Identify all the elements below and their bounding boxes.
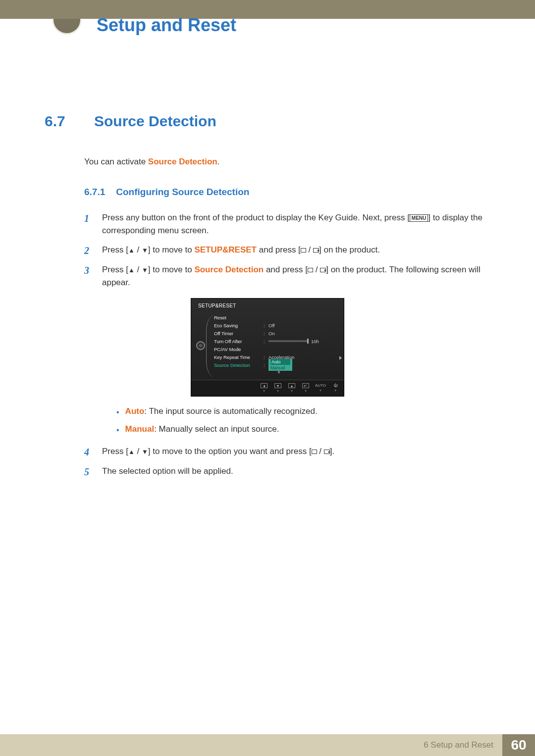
- enter-icon: [313, 248, 319, 252]
- t: and press [: [264, 265, 308, 274]
- osd-label: Reset: [214, 315, 264, 320]
- bullet-auto: • Auto: The input source is automaticall…: [116, 406, 490, 418]
- step-4: 4 Press [▲ / ▼] to move to the option yo…: [84, 445, 490, 459]
- t: ] to move to: [148, 245, 195, 254]
- step-5: 5 The selected option will be applied.: [84, 465, 490, 479]
- step-number: 3: [84, 263, 93, 277]
- down-icon: ▾: [274, 383, 281, 388]
- up-arrow-icon: ▲: [128, 247, 135, 254]
- subsection-title: Configuring Source Detection: [116, 187, 249, 198]
- osd-label: Turn Off After: [214, 339, 264, 344]
- step1-pre: Press any button on the front of the pro…: [102, 213, 410, 222]
- subsection-number: 6.7.1: [84, 187, 105, 198]
- footer-chapter-label: 6 Setup and Reset: [0, 734, 502, 756]
- osd-label-highlighted: Source Detection: [214, 362, 264, 368]
- intro-post: .: [217, 157, 220, 166]
- step-number: 4: [84, 445, 93, 459]
- t: Press [: [102, 245, 128, 254]
- colon: :: [264, 331, 268, 336]
- section-title: Source Detection: [94, 113, 216, 130]
- osd-footer: ◂▾ ▾▾ ▴▾ ↵▾ AUTO▾ ⏻▾: [191, 380, 344, 396]
- colon: :: [264, 323, 268, 328]
- bullet-list: • Auto: The input source is automaticall…: [116, 406, 490, 436]
- slider-icon: [268, 340, 308, 342]
- t: and press [: [257, 245, 301, 254]
- osd-row-turnoff: Turn Off After:10h: [214, 337, 344, 345]
- step-body: The selected option will be applied.: [102, 465, 490, 478]
- step2-highlight: SETUP&RESET: [194, 245, 257, 254]
- osd-row-offtimer: Off Timer:On: [214, 329, 344, 337]
- t: Press [: [102, 265, 128, 274]
- osd-row-reset: Reset: [214, 313, 344, 321]
- select-icon: [312, 450, 317, 454]
- osd-row-source-detection: Source Detection: Auto Manual: [214, 361, 344, 369]
- subsection-heading: 6.7.1 Configuring Source Detection: [84, 187, 490, 198]
- osd-scroll-down-icon: ▼: [214, 370, 344, 375]
- left-icon: ◂: [261, 383, 268, 388]
- dn: ▾: [320, 389, 321, 393]
- osd-dropdown-selected: Auto: [270, 359, 290, 365]
- step-3: 3 Press [▲ / ▼] to move to Source Detect…: [84, 263, 490, 290]
- osd-body: Reset Eco Saving:Off Off Timer:On Turn O…: [191, 313, 344, 380]
- bullet-dot-icon: •: [116, 424, 119, 436]
- chapter-title: Setup and Reset: [97, 15, 236, 36]
- osd-footer-enter: ↵▾: [301, 383, 310, 393]
- dn: ▾: [334, 389, 336, 393]
- step-number: 2: [84, 244, 93, 257]
- osd-label: Key Repeat Time: [214, 354, 264, 360]
- down-arrow-icon: ▼: [142, 448, 148, 455]
- osd-value: Off: [268, 323, 275, 328]
- osd-footer-up: ▴▾: [287, 383, 296, 393]
- osd-footer-down: ▾▾: [273, 383, 282, 393]
- dn: ▾: [305, 389, 307, 393]
- page-footer: 6 Setup and Reset 60: [0, 734, 535, 756]
- intro-highlight: Source Detection: [148, 157, 217, 166]
- osd-footer-left: ◂▾: [260, 383, 268, 393]
- up-arrow-icon: ▲: [128, 266, 135, 274]
- menu-key-icon: MENU: [410, 214, 428, 222]
- bullet-highlight: Auto: [125, 406, 145, 416]
- bullet-body: Manual: Manually select an input source.: [125, 424, 279, 434]
- osd-label: Off Timer: [214, 331, 264, 336]
- t: Press [: [102, 447, 128, 456]
- enter-icon: [320, 268, 326, 272]
- section-heading: 6.7 Source Detection: [45, 113, 490, 130]
- header-bar: [0, 0, 535, 19]
- osd-value: On: [268, 331, 275, 336]
- gear-icon: [196, 341, 205, 350]
- osd-footer-power: ⏻▾: [331, 383, 340, 393]
- osd-row-pcav: PC/AV Mode: [214, 345, 344, 353]
- step-body: Press any button on the front of the pro…: [102, 211, 490, 238]
- select-icon: [301, 248, 306, 252]
- step3-highlight: Source Detection: [194, 265, 264, 274]
- t: ].: [330, 447, 334, 456]
- step-body: Press [▲ / ▼] to move to SETUP&RESET and…: [102, 244, 490, 256]
- page-number: 60: [502, 734, 535, 756]
- osd-screenshot: SETUP&RESET Reset Eco Saving:Off Off Tim…: [191, 298, 344, 397]
- intro-pre: You can activate: [84, 157, 148, 166]
- t: ] to move to the option you want and pre…: [148, 447, 312, 456]
- up-icon: ▴: [288, 383, 295, 388]
- colon: :: [264, 339, 268, 344]
- osd-curve-decoration: [206, 315, 214, 377]
- intro-text: You can activate Source Detection.: [84, 157, 490, 167]
- up-arrow-icon: ▲: [128, 448, 135, 455]
- t: ] to move to: [148, 265, 195, 274]
- t: ] on the product.: [319, 245, 380, 254]
- step-2: 2 Press [▲ / ▼] to move to SETUP&RESET a…: [84, 244, 490, 257]
- dn: ▾: [277, 389, 279, 393]
- power-icon: ⏻: [333, 383, 337, 388]
- enter-icon: ↵: [302, 383, 309, 388]
- bullet-highlight: Manual: [125, 424, 155, 434]
- step-body: Press [▲ / ▼] to move to the option you …: [102, 445, 490, 458]
- osd-value: 10h: [311, 339, 319, 344]
- step-1: 1 Press any button on the front of the p…: [84, 211, 490, 238]
- osd-label: PC/AV Mode: [214, 347, 264, 352]
- osd-footer-auto: AUTO▾: [315, 383, 326, 393]
- colon: :: [264, 362, 268, 368]
- page-content: 6.7 Source Detection You can activate So…: [0, 19, 535, 479]
- colon: :: [264, 354, 268, 360]
- enter-icon: [324, 450, 330, 454]
- dn: ▾: [263, 389, 265, 393]
- bullet-text: : Manually select an input source.: [154, 424, 279, 434]
